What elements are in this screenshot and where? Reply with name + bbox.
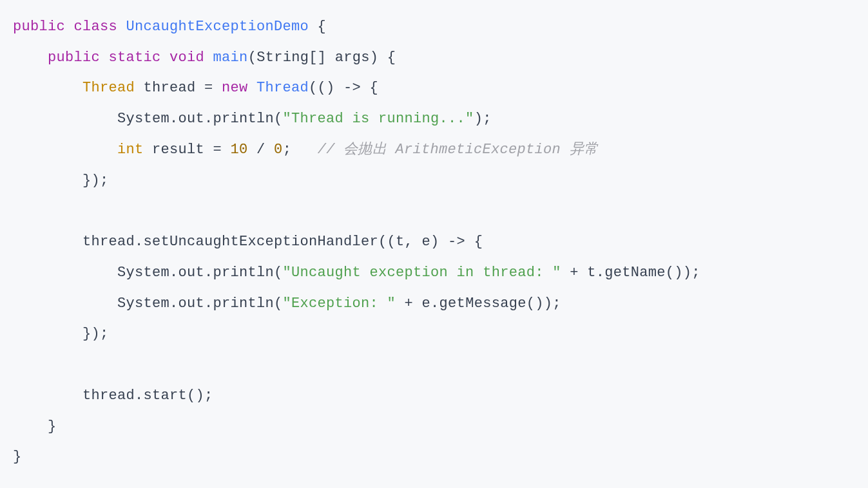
keyword-public: public — [48, 50, 100, 66]
variable: result = — [144, 142, 231, 158]
semicolon: ; — [283, 142, 318, 158]
code-line: int result = 10 / 0; // 会抛出 ArithmeticEx… — [13, 142, 598, 158]
variable: thread = — [135, 80, 222, 96]
string-literal: "Thread is running..." — [283, 111, 474, 127]
code-line: System.out.println("Uncaught exception i… — [13, 265, 700, 281]
close-lambda: }); — [82, 326, 109, 342]
type-name: int — [117, 142, 144, 158]
constructor: Thread — [248, 80, 309, 96]
code-line: System.out.println("Exception: " + e.get… — [13, 296, 561, 312]
number-literal: 0 — [274, 142, 283, 158]
type-name: Thread — [82, 80, 135, 96]
method-call: System.out.println( — [117, 296, 283, 312]
close-brace: } — [48, 418, 57, 435]
lambda-open: (() -> { — [309, 80, 378, 96]
close-brace: } — [13, 449, 22, 465]
keyword-public: public — [13, 19, 65, 35]
class-name: UncaughtExceptionDemo — [126, 19, 309, 35]
brace: { — [309, 19, 326, 35]
method-name: main — [213, 50, 248, 66]
code-line: System.out.println("Thread is running...… — [13, 111, 492, 127]
close-lambda: }); — [82, 173, 109, 189]
keyword-class: class — [74, 19, 118, 35]
code-line: } — [13, 449, 22, 465]
method-call: thread.setUncaughtExceptionHandler((t, e… — [82, 234, 483, 250]
code-line: public static void main(String[] args) { — [13, 50, 396, 66]
line-end: ); — [474, 111, 492, 127]
number-literal: 10 — [231, 142, 248, 158]
code-line: thread.start(); — [13, 388, 213, 404]
operator: / — [248, 142, 275, 158]
method-call: System.out.println( — [117, 111, 283, 127]
keyword-new: new — [222, 80, 248, 96]
method-call: System.out.println( — [117, 265, 283, 281]
params: (String[] args) { — [248, 50, 396, 66]
string-literal: "Exception: " — [283, 296, 396, 312]
comment: // 会抛出 ArithmeticException 异常 — [318, 142, 599, 158]
keyword-static: static — [109, 50, 161, 66]
code-line: thread.setUncaughtExceptionHandler((t, e… — [13, 234, 483, 250]
code-line: }); — [13, 173, 109, 189]
code-line: } — [13, 418, 57, 435]
code-line: public class UncaughtExceptionDemo { — [13, 19, 326, 35]
code-block: public class UncaughtExceptionDemo { pub… — [13, 12, 855, 473]
concat: + t.getName()); — [561, 265, 700, 281]
string-literal: "Uncaught exception in thread: " — [283, 265, 561, 281]
method-call: thread.start(); — [82, 388, 213, 404]
code-line: }); — [13, 326, 109, 342]
code-line: Thread thread = new Thread(() -> { — [13, 80, 378, 96]
concat: + e.getMessage()); — [396, 296, 561, 312]
keyword-void: void — [169, 50, 204, 66]
